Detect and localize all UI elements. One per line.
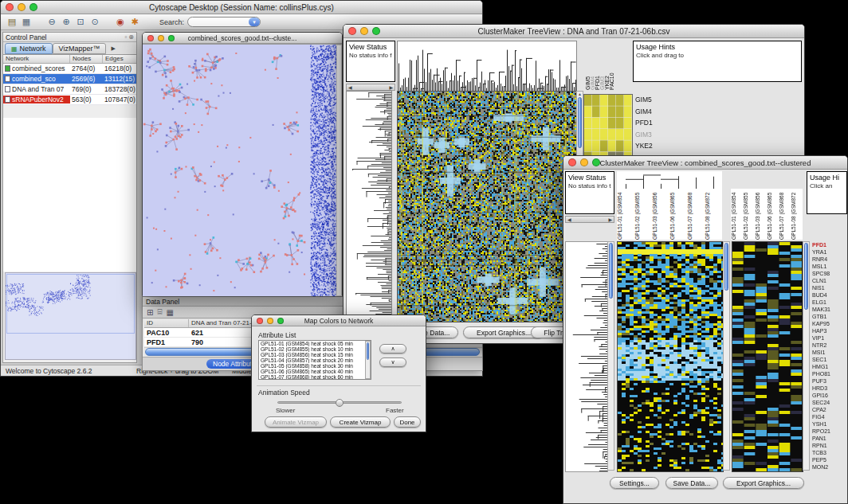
- row-label[interactable]: GIM3: [635, 129, 670, 141]
- birdseye-view-canvas[interactable]: [5, 272, 136, 360]
- close-button[interactable]: [257, 318, 263, 324]
- gene-label[interactable]: BUD4: [812, 291, 848, 299]
- gene-label[interactable]: MAK31: [812, 306, 848, 313]
- gene-label[interactable]: YSH1: [812, 420, 848, 428]
- minimize-button[interactable]: [18, 3, 26, 11]
- save-session-icon[interactable]: ▦: [19, 16, 33, 29]
- gene-label[interactable]: TCB3: [812, 449, 848, 456]
- gene-label[interactable]: SEC24: [812, 399, 848, 406]
- open-folder-icon[interactable]: ▤: [5, 16, 19, 29]
- move-up-button[interactable]: ∧: [379, 344, 406, 354]
- column-label[interactable]: GPL51-07 (GSM868: [779, 189, 791, 240]
- gene-label[interactable]: FIG4: [812, 413, 848, 420]
- minimize-button[interactable]: [158, 35, 164, 41]
- row-label[interactable]: GIM4: [635, 106, 670, 118]
- column-label[interactable]: GPL51-02 (GSM855: [634, 189, 652, 240]
- close-button[interactable]: [348, 27, 356, 35]
- close-button[interactable]: [147, 35, 154, 41]
- minimize-button[interactable]: [580, 158, 588, 166]
- zoom-fit-icon[interactable]: ⊡: [73, 16, 88, 29]
- attribute-select-icon[interactable]: ⊞: [147, 308, 153, 317]
- attribute-list-item[interactable]: GPL51-03 (GSM856) heat shock 15 min: [259, 352, 365, 357]
- column-label[interactable]: GPL51-08 (GSM872: [705, 189, 722, 240]
- snapshot-icon[interactable]: ◉: [113, 16, 128, 29]
- close-button[interactable]: [6, 3, 14, 11]
- row-label[interactable]: GIM5: [635, 94, 670, 106]
- gene-label[interactable]: HMG1: [812, 363, 848, 370]
- dendrogram-vscrollbar[interactable]: [607, 241, 614, 471]
- tab-overflow-icon[interactable]: ▶: [111, 45, 115, 52]
- create-vizmap-button[interactable]: Create Vizmap: [330, 416, 391, 428]
- gene-label[interactable]: PFD1: [812, 241, 848, 248]
- scrollbar-thumb[interactable]: [724, 243, 728, 291]
- attribute-listbox[interactable]: GPL51-01 (GSM854) heat shock 05 minGPL51…: [258, 340, 371, 380]
- zoom-button[interactable]: [372, 27, 380, 35]
- column-label[interactable]: PAC10: [609, 41, 614, 90]
- attribute-list-item[interactable]: GPL51-01 (GSM854) heat shock 05 min: [259, 341, 365, 346]
- network-row[interactable]: DNA and Tran 07769(0)183728(0): [3, 84, 136, 95]
- gene-label[interactable]: NTR2: [812, 342, 848, 349]
- attribute-table-icon[interactable]: ⌸: [157, 307, 162, 317]
- attribute-list-item[interactable]: GPL51-02 (GSM855) heat shock 10 min: [259, 346, 365, 352]
- row-dendrogram-canvas[interactable]: [346, 91, 392, 322]
- gene-label[interactable]: KAP95: [812, 320, 848, 327]
- gene-label[interactable]: PEP5: [812, 456, 848, 463]
- row-label[interactable]: YKE2: [635, 140, 670, 152]
- scroll-left-icon[interactable]: ◀: [348, 84, 352, 90]
- gene-label[interactable]: SEC1: [812, 356, 848, 363]
- scroll-right-icon[interactable]: ▶: [389, 84, 393, 90]
- minimize-button[interactable]: [267, 318, 273, 324]
- gene-label[interactable]: MSI1: [812, 349, 848, 356]
- heatmap-canvas[interactable]: [397, 91, 577, 322]
- treeview-button-export-graphics[interactable]: Export Graphics...: [723, 477, 804, 489]
- scrollbar-thumb[interactable]: [609, 243, 613, 299]
- gene-label[interactable]: VIP1: [812, 334, 848, 342]
- treeview-combined-titlebar[interactable]: ClusterMaker TreeView : combined_scores_…: [563, 156, 847, 170]
- gene-label[interactable]: NIS1: [812, 284, 848, 291]
- scrollbar-thumb[interactable]: [578, 97, 582, 148]
- gene-label[interactable]: RPO21: [812, 428, 848, 435]
- gene-label[interactable]: RPN1: [812, 442, 848, 449]
- scroll-right-icon[interactable]: ▶: [608, 217, 612, 222]
- network-row[interactable]: combined_sco2569(6)13112(15): [3, 74, 136, 84]
- row-label[interactable]: PFD1: [635, 117, 670, 129]
- column-label[interactable]: GPL51-02 (GSM855: [743, 189, 755, 240]
- attribute-list-scrollbar[interactable]: [365, 341, 371, 379]
- gene-label[interactable]: CLN1: [812, 277, 848, 284]
- control-panel-close-icon[interactable]: ⊗: [128, 33, 136, 41]
- column-dendrogram-canvas[interactable]: [617, 171, 722, 189]
- network-view-titlebar[interactable]: combined_scores_good.txt--cluste...: [143, 33, 342, 44]
- column-label[interactable]: GPL51-03 (GSM856: [755, 189, 767, 240]
- vizmapper-icon[interactable]: ✱: [128, 16, 142, 29]
- zoom-button[interactable]: [29, 3, 37, 11]
- slider-thumb[interactable]: [336, 399, 344, 407]
- gene-label[interactable]: CPA2: [812, 406, 848, 413]
- scroll-left-icon[interactable]: ◀: [567, 217, 571, 222]
- zoom-button[interactable]: [592, 158, 600, 166]
- gene-label[interactable]: SPC98: [812, 270, 848, 277]
- selection-matrix-canvas[interactable]: [583, 94, 633, 164]
- heatmap-canvas[interactable]: [617, 241, 724, 472]
- dendrogram-hscrollbar[interactable]: ◀ ▶: [565, 216, 614, 223]
- column-label[interactable]: GPL51-07 (GSM868: [687, 189, 705, 240]
- network-row[interactable]: combined_scores2764(0)16218(0): [3, 64, 136, 74]
- gene-label[interactable]: MSL1: [812, 263, 848, 270]
- gene-label[interactable]: PHO81: [812, 370, 848, 377]
- zoom-selected-icon[interactable]: ⊙: [88, 16, 102, 29]
- tab-vizmapper[interactable]: VizMapper™: [53, 43, 107, 54]
- minimize-button[interactable]: [360, 27, 368, 35]
- scrollbar-thumb[interactable]: [804, 243, 808, 310]
- animate-vizmap-button[interactable]: Animate Vizmap: [265, 416, 327, 428]
- close-button[interactable]: [568, 158, 576, 166]
- gene-label[interactable]: RNR4: [812, 256, 848, 263]
- zoom-in-icon[interactable]: ⊕: [59, 16, 73, 29]
- move-down-button[interactable]: ∨: [379, 357, 406, 367]
- dendrogram-hscrollbar[interactable]: ◀ ▶: [346, 84, 395, 91]
- gene-label[interactable]: GTB1: [812, 313, 848, 320]
- gene-label[interactable]: ELG1: [812, 299, 848, 306]
- gene-label[interactable]: MON2: [812, 463, 848, 471]
- attribute-list-item[interactable]: GPL51-05 (GSM858) heat shock 30 min: [259, 363, 365, 369]
- gene-label[interactable]: HAP3: [812, 327, 848, 334]
- selection-vscrollbar[interactable]: [803, 241, 810, 471]
- zoom-button[interactable]: [168, 35, 175, 41]
